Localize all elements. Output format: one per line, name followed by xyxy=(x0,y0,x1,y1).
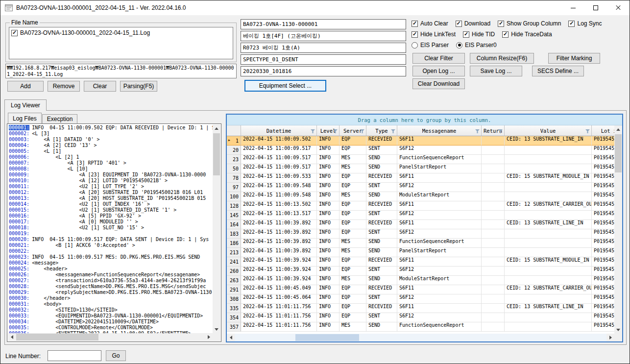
table-row[interactable]: 202022-04-15 11:00:09.517INFOEQPSENTS6F1… xyxy=(227,146,614,155)
parsing-button[interactable]: Parsing(F5) xyxy=(120,81,157,92)
scroll-right-button[interactable] xyxy=(205,333,213,341)
table-row[interactable]: 232022-04-15 11:00:09.517INFOMESSENDFunc… xyxy=(227,155,614,164)
column-header-datetime[interactable]: Datetime xyxy=(241,125,317,136)
log-line[interactable]: 000029: <replySubjectName>DD.PKG.EIS.PRO… xyxy=(9,290,213,295)
scroll-left-button[interactable] xyxy=(8,333,16,341)
scrollbar-thumb[interactable] xyxy=(16,334,98,340)
log-line[interactable]: 000011: <U2 [1] LOT_TYPE '2' > xyxy=(9,184,213,190)
log-line[interactable]: 000017: <A [0] MODULEID '' > xyxy=(9,219,213,225)
tab-log-viewer[interactable]: Log Viewer xyxy=(4,99,47,111)
table-row[interactable]: ▸12022-04-15 11:00:09.502INFOEQPRECEVIED… xyxy=(227,136,614,146)
filter-icon[interactable] xyxy=(391,129,395,133)
table-row[interactable]: 1642022-04-15 11:00:39.892INFOEQPRECEVIE… xyxy=(227,220,614,229)
scroll-down-button[interactable] xyxy=(213,325,220,333)
log-line[interactable]: 000032: <SITEID>1130</SITEID> xyxy=(9,307,213,313)
radio-eis-parser0[interactable]: EIS Parser0 xyxy=(456,42,497,49)
group-by-bar[interactable]: Drag a column here to group by this colu… xyxy=(227,115,622,125)
column-header-messagename[interactable]: Messagename xyxy=(397,125,482,136)
checkbox-hide-linktest[interactable]: Hide LinkTest xyxy=(412,31,456,38)
filter-icon[interactable] xyxy=(311,129,315,133)
column-resize-button[interactable]: Column Resize(F6) xyxy=(470,53,534,64)
grid-body[interactable]: ▸12022-04-15 11:00:09.502INFOEQPRECEVIED… xyxy=(227,136,614,332)
column-header-return[interactable]: Return xyxy=(482,125,505,136)
log-line[interactable]: 000034: <DATETIME>20220415110009</DATETI… xyxy=(9,319,213,325)
log-line[interactable]: 000001:INFO 04-15 11:00:09.502 EQP: DATA… xyxy=(9,125,213,131)
checkbox-hide-tracedata[interactable]: Hide TraceData xyxy=(502,31,552,38)
log-line[interactable]: 000012: <A [20] SUBSTRATE_ID 'P019545002… xyxy=(9,190,213,195)
column-header-type[interactable]: Type xyxy=(366,125,397,136)
tab-log-files[interactable]: Log Files xyxy=(8,113,42,123)
log-line[interactable]: 000010: <A [12] LOTID 'P0195450021B' > xyxy=(9,178,213,184)
scrollbar-thumb[interactable] xyxy=(213,133,220,175)
table-row[interactable]: 1282022-04-15 11:00:13.502INFOEQPRECEVIE… xyxy=(227,201,614,211)
column-header-lot-i[interactable]: Lot i xyxy=(592,125,614,136)
log-line[interactable]: 000018: <U2 [1] SLOT_NO '15' > xyxy=(9,225,213,231)
log-line[interactable]: 000033: <EQUIPMENTID>BA0723-OVNA-1130-00… xyxy=(9,313,213,319)
table-row[interactable]: 2412022-04-15 11:00:39.924INFOEQPRECEVIE… xyxy=(227,257,614,267)
save-log-button[interactable]: Save Log ... xyxy=(470,66,522,76)
table-row[interactable]: 1832022-04-15 11:00:39.892INFOEQPSENTS6F… xyxy=(227,229,614,239)
table-row[interactable]: 782022-04-15 11:00:09.533INFOEQPRECEVIED… xyxy=(227,173,614,183)
log-line[interactable]: 000002:<L [3] xyxy=(9,131,213,137)
log-line[interactable]: 000020:INFO 04-15 11:00:09.517 EQP: DATA… xyxy=(9,237,213,243)
log-line[interactable]: 000025: <header> xyxy=(9,266,213,272)
remove-button[interactable]: Remove xyxy=(48,81,80,92)
table-row[interactable]: 1862022-04-15 11:00:39.892INFOMESSENDFun… xyxy=(227,239,614,248)
filter-marking-button[interactable]: Filter Marking xyxy=(548,53,600,64)
open-log-button[interactable]: Open Log ... xyxy=(412,66,465,76)
close-button[interactable] xyxy=(607,0,630,15)
titlebar[interactable]: BA0723-OVNA-1130-000001_2022-04-15_11 - … xyxy=(0,0,630,15)
checkbox-download[interactable]: Download xyxy=(456,20,490,27)
log-line[interactable]: 000026: <messagename>FunctionSequenceRep… xyxy=(9,272,213,278)
table-row[interactable]: 2912022-04-15 11:00:45.049INFOEQPRECEVIE… xyxy=(227,285,614,294)
table-row[interactable]: 3542022-04-15 11:01:11.756INFOEQPSENTS6F… xyxy=(227,313,614,322)
table-row[interactable]: 2602022-04-15 11:00:39.924INFOEQPSENTS6F… xyxy=(227,267,614,276)
grid-vertical-scrollbar[interactable] xyxy=(614,125,622,334)
log-line[interactable]: 000031: <body> xyxy=(9,301,213,307)
maximize-button[interactable] xyxy=(584,0,607,15)
log-line[interactable]: 000007: <A [3] RPTID '401' > xyxy=(9,160,213,166)
checkbox-show-group-column[interactable]: Show Group Column xyxy=(498,20,561,27)
log-horizontal-scrollbar[interactable] xyxy=(8,333,213,341)
filter-icon[interactable] xyxy=(585,129,590,133)
log-line[interactable]: 000009: <A [23] EQUIPMENT_ID 'BA0723-OVN… xyxy=(9,172,213,178)
tab-exception[interactable]: Execption xyxy=(42,114,78,123)
clear-download-button[interactable]: Clear Download xyxy=(412,78,465,89)
log-line[interactable]: 000035: <CONTROLMODE>Remote</CONTROLMODE… xyxy=(9,325,213,331)
log-line[interactable]: 000013: <A [20] HOST_SUBSTRATE_ID 'P0195… xyxy=(9,195,213,201)
log-line[interactable]: 000027: <transactionid>610a3736-55a3-414… xyxy=(9,278,213,284)
log-line[interactable]: 000003: <A [1] DATAID '0' > xyxy=(9,137,213,143)
scroll-up-button[interactable] xyxy=(213,124,220,132)
table-row[interactable]: 1002022-04-15 11:00:09.548INFOMESSENDMod… xyxy=(227,192,614,201)
go-button[interactable]: Go xyxy=(106,350,126,361)
scroll-left-button[interactable] xyxy=(227,334,235,341)
secs-define-button[interactable]: SECS Define ... xyxy=(532,66,584,76)
clear-button[interactable]: Clear xyxy=(84,81,116,92)
log-line[interactable]: 000006: <L [2] 1 xyxy=(9,154,213,160)
checkbox-icon[interactable] xyxy=(11,30,18,36)
table-row[interactable]: 3082022-04-15 11:00:45.064INFOEQPSENTS6F… xyxy=(227,294,614,304)
log-line[interactable]: 000023:INFO 04-15 11:00:09.517 MES: DD.P… xyxy=(9,254,213,260)
table-row[interactable]: 972022-04-15 11:00:09.548INFOEQPSENTS6F1… xyxy=(227,183,614,192)
radio-eis-parser[interactable]: EIS Parser xyxy=(412,42,449,49)
checkbox-log-sync[interactable]: Log Sync xyxy=(568,20,602,27)
log-line[interactable]: 000004: <A [2] CEID '13' > xyxy=(9,143,213,148)
equipment-name-field[interactable]: 베이킹 1호[4F] (고온베이킹) xyxy=(241,31,406,41)
column-header-server[interactable]: Server xyxy=(339,125,366,136)
table-row[interactable]: 1452022-04-15 11:00:13.517INFOEQPSENTS6F… xyxy=(227,211,614,220)
log-lines[interactable]: 000001:INFO 04-15 11:00:09.502 EQP: DATA… xyxy=(8,124,213,333)
column-header-value[interactable]: Value xyxy=(505,125,592,136)
log-line[interactable]: 000015: <U2 [1] SUBSTRATED_ID_STATE '1' … xyxy=(9,207,213,213)
table-row[interactable]: 3352022-04-15 11:01:11.756INFOEQPRECEVIE… xyxy=(227,304,614,313)
scrollbar-thumb[interactable] xyxy=(295,334,359,341)
spec-date-field[interactable]: 20220330_101816 xyxy=(241,66,406,76)
filter-icon[interactable] xyxy=(475,129,480,133)
scrollbar-thumb[interactable] xyxy=(615,134,622,172)
clear-filter-button[interactable]: Clear Filter xyxy=(412,53,465,64)
scroll-down-button[interactable] xyxy=(614,326,622,334)
line-number-input[interactable] xyxy=(48,350,101,361)
log-line[interactable]: 000024:<message> xyxy=(9,260,213,266)
log-line[interactable]: 000005: <L [1] xyxy=(9,148,213,154)
add-button[interactable]: Add xyxy=(7,81,44,92)
grid-horizontal-scrollbar[interactable] xyxy=(227,334,614,341)
